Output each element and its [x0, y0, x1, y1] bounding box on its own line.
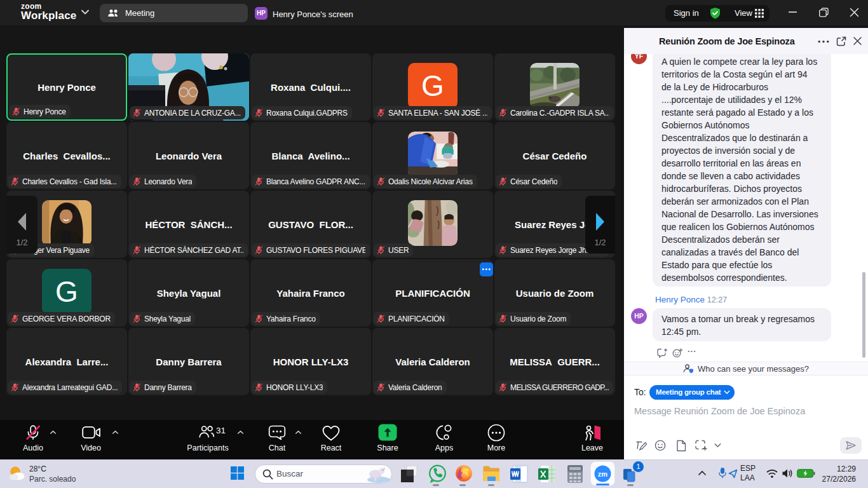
- svg-text:zm: zm: [598, 470, 608, 478]
